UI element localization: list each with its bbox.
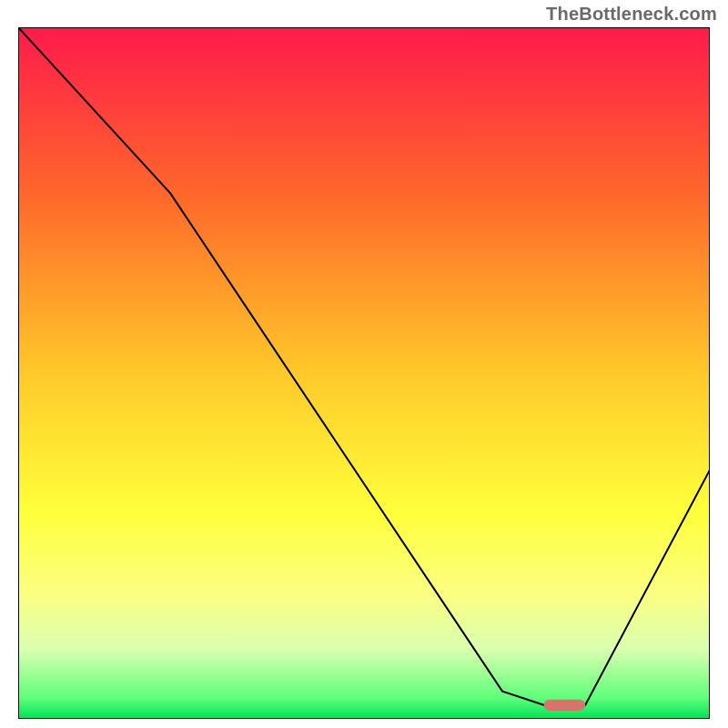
chart-background	[18, 27, 710, 719]
attribution-text: TheBottleneck.com	[546, 4, 717, 25]
optimal-marker	[544, 700, 586, 711]
bottleneck-chart	[18, 27, 710, 719]
